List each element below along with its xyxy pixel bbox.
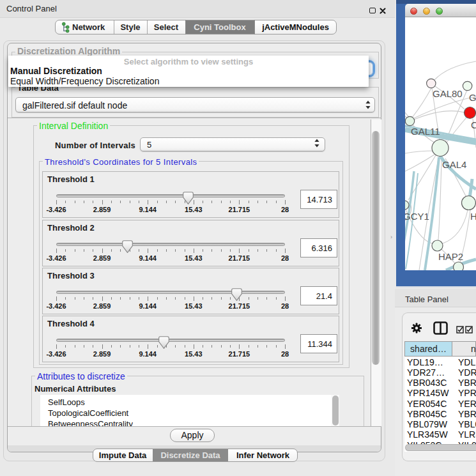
svg-text:GAL11: GAL11 [411,126,440,137]
svg-text:GCY1: GCY1 [405,211,429,222]
svg-text:CY: CY [471,119,476,130]
svg-text:HI: HI [470,211,476,222]
svg-text:HAP2: HAP2 [438,251,463,262]
svg-text:GAL4: GAL4 [442,159,466,170]
svg-text:GAL80: GAL80 [433,88,463,99]
svg-text:GA: GA [469,92,476,103]
